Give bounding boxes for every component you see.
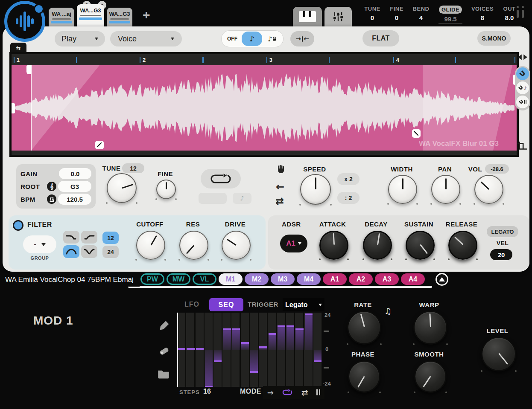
seq-step-3[interactable] [196,348,204,350]
level-knob[interactable] [481,336,516,371]
step-sequencer-graph[interactable] [177,313,322,387]
steps-value[interactable]: 16 [203,388,211,395]
mod-source-badge-m3[interactable]: M3 [271,273,295,285]
waveform-area[interactable]: WA VocalFX Blur 01 G3 [12,65,517,151]
global-param-tune[interactable]: TUNE0 [361,6,383,21]
mod-source-badge-a4[interactable]: A4 [401,273,425,285]
speed-half-button[interactable]: : 2 [337,192,360,204]
tab-lfo[interactable]: LFO [184,301,199,308]
add-tab-button[interactable]: + [143,8,150,22]
seq-step-1[interactable] [178,348,185,350]
seq-step-6[interactable] [223,328,231,350]
reverse-play-icon[interactable]: ← [276,181,284,193]
filter-enable-toggle[interactable] [13,220,23,231]
mod-source-badge-m1[interactable]: M1 [219,273,243,285]
rate-knob[interactable] [347,310,381,345]
vol-value[interactable]: -28.6 [485,164,509,174]
sync-off-button[interactable]: OFF [223,32,242,46]
reverse-flip-tab[interactable]: ⇆ [10,43,26,53]
gain-value[interactable]: 0.0 [59,168,91,179]
sample-tab-3[interactable]: WA...G3 [107,8,132,26]
drive-knob[interactable] [222,231,251,260]
playhead-line[interactable] [31,65,32,151]
param-value[interactable]: 8 [469,14,496,21]
waveform-ruler[interactable]: 1234 [12,54,517,65]
snap-to-center-button[interactable]: → ← [290,31,314,46]
adsr-slot-dropdown[interactable]: A1 [280,235,307,252]
mod-source-badge-a1[interactable]: A1 [323,273,347,285]
loop-sync-note-button[interactable]: ♪ [233,193,251,204]
metronome-icon[interactable] [47,194,56,204]
treble-clef-icon[interactable]: 𝄞 [47,182,56,191]
seq-step-7[interactable] [232,328,240,350]
global-param-bend[interactable]: BEND4 [410,6,432,21]
mod-source-badge-a2[interactable]: A2 [349,273,373,285]
sustain-knob[interactable] [406,231,435,260]
seq-step-14[interactable] [295,328,303,350]
filter-lowpass-button[interactable] [63,231,79,244]
root-note-value[interactable]: G3 [58,181,91,192]
res-knob[interactable] [179,231,208,260]
param-value[interactable]: 4 [410,14,432,21]
snap-free-button[interactable] [516,67,529,80]
tune-value[interactable]: 12 [122,163,144,173]
smart-mono-button[interactable]: S.MONO [477,31,511,46]
mode-hold-icon[interactable] [316,389,320,395]
playhead-flag-handle[interactable] [26,65,31,74]
sample-tab-2[interactable]: WA...G3 [77,4,104,26]
pan-knob[interactable] [431,175,460,204]
warp-knob[interactable] [413,310,447,345]
flat-button[interactable]: FLAT [362,30,399,46]
seq-step-8[interactable] [241,342,249,350]
crop-icon[interactable] [517,141,527,151]
global-param-fine[interactable]: FINE0 [386,6,407,21]
snap-note-button[interactable]: ♪ [516,81,529,94]
mod-source-badge-m2[interactable]: M2 [245,273,269,285]
attack-knob[interactable] [319,231,348,260]
tab-keyboard-view[interactable] [293,7,322,26]
legato-button[interactable]: LEGATO [487,226,518,237]
sync-note-lock-button[interactable]: ♪ [262,32,282,46]
hand-grab-icon[interactable] [277,165,286,174]
global-param-voices[interactable]: VOICES8 [469,6,496,21]
filter-slope-12-button[interactable]: 12 [102,232,119,244]
loop-length-button[interactable] [199,193,227,204]
snap-grid-button[interactable] [516,96,529,108]
collapse-mod-panel-button[interactable] [436,273,448,286]
preset-name[interactable]: WA Emilia VocalChop 04 75BPM Ebmaj [0,273,140,287]
mod-source-badge-vl[interactable]: VL [193,273,216,285]
tune-knob[interactable] [107,173,137,203]
speed-double-button[interactable]: x 2 [337,173,360,185]
voice-mode-dropdown[interactable]: Voice [110,31,182,46]
cutoff-knob[interactable] [136,231,165,260]
left-edge-handle[interactable] [12,103,15,113]
seq-step-11[interactable] [269,333,276,350]
mod-source-badge-a3[interactable]: A3 [375,273,399,285]
seq-step-2[interactable] [187,348,194,350]
seq-step-5[interactable] [214,350,222,362]
folder-presets-icon[interactable] [157,368,170,380]
release-knob[interactable] [448,231,477,260]
bpm-value[interactable]: 120.5 [58,194,91,205]
global-param-glide[interactable]: GLIDE99.5 [435,6,466,24]
waveform-display[interactable]: 1234 WA VocalFX Blur 01 G3 [9,52,519,157]
seq-step-15[interactable] [305,313,313,350]
param-value[interactable]: 99.5 [438,15,462,24]
mod-source-badge-mw[interactable]: MW [167,273,190,285]
fine-knob[interactable] [156,180,176,199]
trigger-dropdown[interactable]: Legato [283,298,324,311]
eraser-tool-icon[interactable] [159,345,170,356]
rate-sync-note-icon[interactable]: ♫ [384,306,392,316]
decay-knob[interactable] [363,231,392,260]
fade-handle-left[interactable] [95,141,104,149]
filter-notch-button[interactable] [81,245,97,258]
seq-step-12[interactable] [278,325,285,350]
seq-step-13[interactable] [286,325,294,350]
filter-group-dropdown[interactable]: - [23,235,56,253]
expand-horizontal-icon[interactable] [518,54,527,60]
mod-source-badge-m4[interactable]: M4 [297,273,321,285]
seq-step-4[interactable] [205,350,213,387]
ping-pong-play-icon[interactable]: ⇄ [275,195,284,207]
filter-slope-24-button[interactable]: 24 [102,246,119,258]
vel-value[interactable]: 20 [490,249,512,260]
